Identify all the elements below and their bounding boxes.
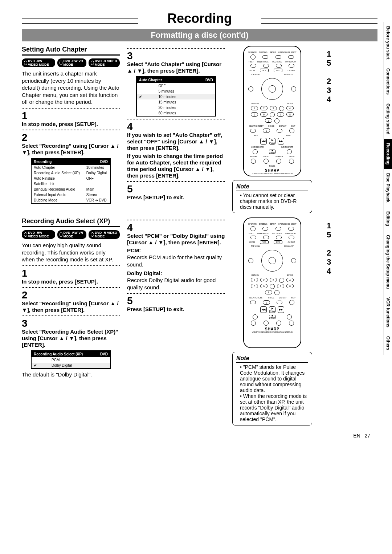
num-6[interactable]: 6 (260, 112, 268, 117)
menu-row: Bilingual Recording Audio (32, 187, 84, 192)
operate-button[interactable] (250, 54, 256, 60)
menu-row: 30 minutes (156, 105, 215, 110)
check-icon: ✔ (32, 363, 49, 368)
tab-editing[interactable]: Editing (384, 207, 392, 231)
note-title: Note (236, 355, 308, 363)
menu3-badge: DVD (100, 352, 108, 356)
divider (22, 130, 120, 130)
num-1[interactable]: 1 (251, 106, 258, 110)
menu3-title: Recording Audio Select (XP) (34, 352, 83, 356)
step-4-num: 4 (127, 122, 225, 132)
remote-diagram-2: OPERATEDUBBINGSETUPOPEN/CLOSE EJECT T-SE… (232, 217, 312, 348)
menu-row-selected: Dolby Digital (49, 363, 110, 368)
page-footer: EN 27 (22, 433, 377, 439)
stop-button[interactable]: ■ STOP (269, 150, 275, 154)
pcm-desc: Records PCM audio for the best quality s… (127, 254, 225, 268)
disc-badges-2: DVD -RW VIDEO MODE DVD -RW VR MODE DVD -… (22, 230, 120, 239)
s2-step4-text: Select "PCM" or "Dolby Digital" using [C… (127, 233, 225, 246)
note-item: You cannot set or clear chapter marks on… (240, 192, 308, 210)
dvd-button[interactable]: DVD (274, 69, 282, 72)
remote-model: VCR/DVD RECORDER COMBINATION NB203UD (247, 172, 298, 175)
menu-row: Auto Chapter (32, 165, 84, 170)
menu-row: External Input Audio (32, 192, 84, 197)
tab-others[interactable]: Others (384, 332, 392, 355)
divider (22, 265, 120, 266)
prog-button[interactable] (279, 106, 284, 111)
setup-button[interactable] (275, 55, 281, 59)
num-7[interactable]: 7 (277, 112, 284, 117)
num-9[interactable]: 9 (265, 118, 272, 123)
num-4[interactable]: 4 (286, 106, 294, 110)
badge-dvd-rw-vr: DVD -RW VR MODE (57, 230, 87, 239)
s2-step5-text: Press [SETUP] to exit. (127, 306, 225, 313)
dubbing-button[interactable] (262, 55, 268, 59)
disc-badges-1: DVD -RW VIDEO MODE DVD -RW VR MODE DVD -… (22, 58, 120, 67)
section2-intro: You can enjoy high quality sound recordi… (22, 242, 120, 263)
menu-row: OFF (156, 83, 215, 89)
vcr-button[interactable]: VCR (260, 69, 269, 72)
menu2-badge: DVD (205, 78, 213, 82)
cursor-dpad[interactable] (261, 78, 283, 100)
rev-button[interactable]: ◀◀ (260, 138, 267, 144)
decor-lines-right (261, 19, 377, 24)
step-2-text: Select "Recording" using [Cursor ▲ / ▼],… (22, 143, 120, 156)
tab-getting-started[interactable]: Getting started (384, 99, 392, 139)
dvd-rec-button[interactable] (287, 149, 292, 154)
s2-step2-text: Select "Recording" using [Cursor ▲ / ▼],… (22, 300, 120, 313)
badge-dvd-rw-video: DVD -RW VIDEO MODE (22, 58, 55, 67)
step-1-num: 1 (22, 111, 120, 121)
menu-row: Auto Finalise (32, 176, 84, 181)
pcm-label: PCM: (127, 247, 141, 253)
num-0[interactable]: 0 (263, 129, 270, 133)
play-button[interactable]: ▶ PLAY (269, 138, 275, 144)
note-box-1: Note You cannot set or clear chapter mar… (232, 180, 312, 213)
remote-diagram-1: OPERATEDUBBINGSETUPOPEN/CLOSE EJECT T-SE… (232, 46, 312, 176)
callout-2: 2 (327, 77, 331, 86)
callout-5: 5 (327, 58, 331, 68)
skip-button[interactable] (274, 118, 279, 123)
tab-vcr-functions[interactable]: VCR functions (384, 293, 392, 332)
tab-connections[interactable]: Connections (384, 64, 392, 99)
section1-title: Setting Auto Chapter (22, 46, 120, 56)
decor-lines-left (22, 19, 138, 24)
step-3-num: 3 (127, 51, 225, 61)
num-5[interactable]: 5 (251, 112, 258, 117)
menu-row: Satellite Link (32, 181, 84, 187)
dd-label: Dolby Digital: (127, 270, 162, 276)
menu-row: 15 minutes (156, 99, 215, 105)
tab-changing-setup[interactable]: Changing the Setup menu (384, 231, 392, 293)
step-4-text-1: If you wish to set "Auto Chapter" off, s… (127, 132, 225, 151)
tab-recording[interactable]: Recording (384, 139, 392, 169)
callout-5: 5 (327, 230, 331, 240)
menu1-badge: DVD (100, 160, 108, 164)
note-item: When the recording mode is set at other … (240, 393, 308, 422)
s2-step3-num: 3 (22, 318, 120, 329)
s2-step4-num: 4 (127, 223, 225, 233)
menu-row: 60 minutes (156, 110, 215, 116)
note-item: "PCM" stands for Pulse Code Modulation. … (240, 364, 308, 393)
page-subhead: Formatting a disc (cont'd) (22, 29, 377, 41)
s2-step1-num: 1 (22, 268, 120, 278)
callout-2: 2 (327, 248, 331, 258)
step-4-text-2: If you wish to change the time period fo… (127, 153, 225, 179)
vcr-rec-button[interactable] (253, 149, 258, 154)
tab-before-you-start[interactable]: Before you start (384, 22, 392, 64)
num-2[interactable]: 2 (260, 106, 268, 110)
step-5-text: Press [SETUP] to exit. (127, 194, 225, 201)
divider (22, 315, 120, 316)
tab-disc-playback[interactable]: Disc Playback (384, 169, 392, 207)
auto-chapter-menu: Auto Chapter DVD OFF 5 minutes ✔10 minut… (136, 76, 216, 117)
step-2-num: 2 (22, 133, 120, 143)
fwd-button[interactable]: ▶▶ (278, 138, 284, 144)
top-menu-button[interactable] (248, 86, 253, 91)
cursor-dpad[interactable] (261, 250, 283, 272)
divider (127, 181, 225, 182)
callout-1: 1 (327, 221, 331, 231)
num-3[interactable]: 3 (270, 106, 277, 110)
menu-list-button[interactable] (291, 86, 296, 91)
menu1-title: Recording (34, 160, 52, 164)
divider (127, 220, 225, 220)
num-8[interactable]: 8 (286, 112, 294, 117)
eject-button[interactable] (288, 55, 294, 59)
callout-3: 3 (327, 86, 331, 95)
